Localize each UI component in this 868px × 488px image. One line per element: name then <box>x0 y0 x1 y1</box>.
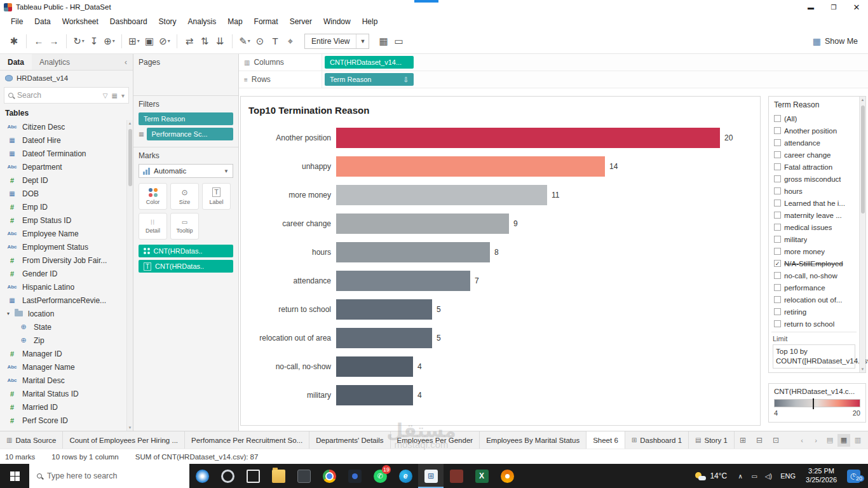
menu-file[interactable]: File <box>5 17 29 26</box>
field-location[interactable]: ▾location <box>0 307 126 320</box>
sheet-tab-story-1[interactable]: ▤Story 1 <box>689 431 735 449</box>
close-button[interactable]: ✕ <box>845 0 868 14</box>
tab-data[interactable]: Data <box>0 54 32 70</box>
scrollbar-thumb[interactable] <box>128 129 132 186</box>
field-manager-name[interactable]: AbcManager Name <box>0 360 126 374</box>
taskbar-clock[interactable]: 3:25 PM 3/25/2026 <box>801 467 842 485</box>
network-icon[interactable]: ▭ <box>747 473 761 480</box>
menu-map[interactable]: Map <box>222 17 248 26</box>
app-dark-icon[interactable] <box>342 464 367 488</box>
format-icon[interactable]: ⊙ <box>252 33 268 50</box>
tabs-scroll-right-icon[interactable]: › <box>810 434 822 447</box>
filter-item-medical-issues[interactable]: medical issues <box>771 221 857 233</box>
filter-item-all[interactable]: (All) <box>771 112 857 125</box>
chevron-down-icon[interactable]: ▼ <box>356 34 369 48</box>
field-perf-score-id[interactable]: #Perf Score ID <box>0 414 126 427</box>
expand-caret-icon[interactable]: ▾ <box>5 311 11 316</box>
scrollbar-thumb[interactable] <box>861 105 865 214</box>
new-worksheet-icon[interactable]: ⊞▾ <box>126 33 142 50</box>
filter-item-learned-that-he-i[interactable]: Learned that he i... <box>771 197 857 209</box>
filter-pill-term-reason[interactable]: Term Reason <box>139 112 233 125</box>
redo-icon[interactable]: → <box>46 33 62 50</box>
new-story-tab-button[interactable]: ⊡ <box>768 431 784 449</box>
sheet-tab-departments-details[interactable]: Departments' Details <box>309 431 390 449</box>
tableau-logo-icon[interactable]: ✱ <box>6 33 22 50</box>
start-button[interactable] <box>0 464 29 488</box>
checkbox[interactable] <box>774 224 781 231</box>
new-worksheet-tab-button[interactable]: ⊞ <box>735 431 751 449</box>
menu-data[interactable]: Data <box>29 17 56 26</box>
filter-item-attendance[interactable]: attendance <box>771 137 857 149</box>
bar-mark[interactable] <box>336 271 470 291</box>
field-emp-status-id[interactable]: #Emp Status ID <box>0 214 126 227</box>
color-button[interactable]: Color <box>139 183 167 210</box>
sheet-tab-perfomance-per-recruitment-so[interactable]: Perfomance Per Recruitment So... <box>185 431 309 449</box>
field-employment-status[interactable]: AbcEmployment Status <box>0 240 126 254</box>
marks-pill-label[interactable]: TCNT(HRDatas.. <box>139 260 233 273</box>
checkbox[interactable] <box>774 139 781 146</box>
checkbox[interactable] <box>774 163 781 170</box>
browser-orange-icon[interactable] <box>494 464 520 488</box>
field-manager-id[interactable]: #Manager ID <box>0 347 126 360</box>
checkbox[interactable] <box>774 284 781 291</box>
filter-item-retiring[interactable]: retiring <box>771 306 857 318</box>
edge-icon[interactable]: e <box>393 464 418 488</box>
collapse-panel-icon[interactable]: ‹ <box>119 54 133 70</box>
tooltip-button[interactable]: ▭Tooltip <box>170 213 199 240</box>
field-marital-status-id[interactable]: #Marital Status ID <box>0 387 126 400</box>
datasource-row[interactable]: HRDataset_v14 <box>0 71 133 86</box>
bar-mark[interactable] <box>336 156 605 177</box>
mark-type-dropdown[interactable]: Automatic ▼ <box>139 164 233 178</box>
filter-pill-performance-sc[interactable]: Performance Sc... <box>147 128 233 140</box>
minimize-button[interactable]: ▬ <box>799 0 822 14</box>
cortana-icon[interactable] <box>189 464 215 488</box>
detail-button[interactable]: ⁞⁞Detail <box>139 213 167 240</box>
sheet-tab-data-source[interactable]: ▥Data Source <box>0 431 63 449</box>
tableau-taskbar-icon[interactable]: ⊞ <box>418 464 444 488</box>
speaker-icon[interactable]: ◁) <box>761 473 775 480</box>
filter-item-gross-misconduct[interactable]: gross misconduct <box>771 173 857 185</box>
show-me-button[interactable]: ▦ Show Me <box>809 36 862 46</box>
menu-story[interactable]: Story <box>153 17 182 26</box>
refresh-data-icon[interactable]: ↻▾ <box>71 33 86 50</box>
field-emp-id[interactable]: #Emp ID <box>0 200 126 214</box>
marks-pill-color[interactable]: CNT(HRDatas.. <box>139 245 233 257</box>
scroll-up-icon[interactable]: ▲ <box>861 98 865 102</box>
filter-item-relocation-out-of[interactable]: relocation out of... <box>771 294 857 306</box>
filter-fields-icon[interactable]: ▽ <box>103 92 108 99</box>
scroll-down-icon[interactable]: ▼ <box>128 426 132 430</box>
checkbox[interactable] <box>774 187 781 194</box>
field-employee-name[interactable]: AbcEmployee Name <box>0 227 126 240</box>
checkbox[interactable] <box>774 175 781 182</box>
excel-icon[interactable]: X <box>469 464 494 488</box>
filter-item-hours[interactable]: hours <box>771 185 857 197</box>
field-state[interactable]: ⊕State <box>0 320 126 334</box>
file-explorer-icon[interactable] <box>266 464 291 488</box>
sheet-tab-employees-per-gender[interactable]: Employees Per Gender <box>391 431 480 449</box>
chevron-down-icon[interactable]: ▾ <box>121 92 125 99</box>
scroll-down-icon[interactable]: ▼ <box>861 367 865 371</box>
field-zip[interactable]: ⊕Zip <box>0 334 126 347</box>
columns-shelf-area[interactable]: CNT(HRDataset_v14... <box>322 54 868 71</box>
field-search[interactable]: Search ▽ ▦ ▾ <box>4 87 129 104</box>
field-dob[interactable]: ▦DOB <box>0 187 126 200</box>
legend-gradient[interactable] <box>774 399 860 407</box>
app-window-icon[interactable] <box>291 464 316 488</box>
menu-help[interactable]: Help <box>356 17 384 26</box>
filter-scrollbar[interactable]: ▲ ▼ <box>859 97 865 372</box>
bar-mark[interactable] <box>336 385 413 405</box>
checkbox[interactable]: ✓ <box>774 260 781 267</box>
checkbox[interactable] <box>774 248 781 255</box>
checkbox[interactable] <box>774 236 781 243</box>
field-marital-desc[interactable]: AbcMarital Desc <box>0 374 126 387</box>
filter-item-military[interactable]: military <box>771 233 857 245</box>
columns-shelf[interactable]: ▥ Columns CNT(HRDataset_v14... <box>239 54 868 71</box>
checkbox[interactable] <box>774 212 781 219</box>
bar-mark[interactable] <box>336 299 432 320</box>
show-mark-labels-icon[interactable]: T <box>268 33 283 50</box>
field-dateof-hire[interactable]: ▦Dateof Hire <box>0 133 126 147</box>
chrome-icon[interactable] <box>316 464 342 488</box>
fit-labels-icon[interactable]: ▦ <box>376 33 391 50</box>
new-datasource-icon[interactable]: ⊕▾ <box>102 33 117 50</box>
chevron-up-icon[interactable]: ∧ <box>733 473 747 480</box>
